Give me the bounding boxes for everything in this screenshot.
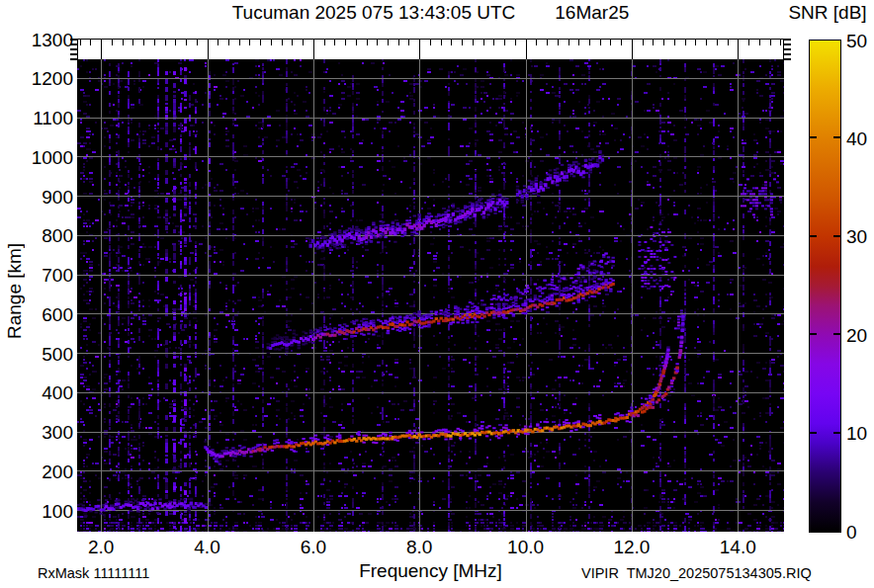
plot-date: 16Mar25 xyxy=(555,2,629,24)
colorbar-tick-mark xyxy=(810,333,817,335)
colorbar-tick-mark xyxy=(810,136,817,138)
colorbar-tick-mark xyxy=(833,333,840,335)
x-tick-label: 12.0 xyxy=(610,537,654,558)
range-minor-tick xyxy=(70,58,77,60)
y-tick-label: 200 xyxy=(16,462,73,483)
colorbar-tick-mark xyxy=(833,235,840,237)
ionogram-page: Tucuman 2025 075 13:43:05 UTC 16Mar25 SN… xyxy=(0,0,874,588)
x-tick-label: 14.0 xyxy=(716,537,759,558)
colorbar-tick-label: 20 xyxy=(846,325,874,347)
y-tick-label: 1100 xyxy=(16,108,73,129)
range-minor-tick xyxy=(784,53,791,55)
colorbar-tick-label: 30 xyxy=(846,226,874,248)
y-tick-label: 400 xyxy=(16,382,73,404)
range-minor-tick xyxy=(70,53,77,55)
colorbar-tick-label: 50 xyxy=(846,31,874,52)
y-tick-label: 500 xyxy=(16,344,73,366)
filename-label: VIPIR TMJ20_2025075134305.RIQ xyxy=(581,565,868,581)
x-tick-label: 4.0 xyxy=(186,537,229,558)
colorbar-tick-label: 40 xyxy=(846,128,874,150)
range-minor-tick xyxy=(784,58,791,60)
y-tick-label: 600 xyxy=(16,304,73,326)
y-tick-label: 300 xyxy=(16,422,73,444)
colorbar-tick-mark xyxy=(810,235,817,237)
colorbar-title: SNR [dB] xyxy=(784,2,871,24)
y-tick-label: 1000 xyxy=(16,147,73,169)
range-minor-tick xyxy=(784,48,791,50)
plot-title: Tucuman 2025 075 13:43:05 UTC xyxy=(232,2,516,24)
y-tick-label: 700 xyxy=(16,265,73,287)
rx-mask-label: RxMask 11111111 xyxy=(38,565,149,581)
range-minor-tick xyxy=(70,43,77,45)
x-tick-label: 8.0 xyxy=(397,537,441,558)
range-minor-tick xyxy=(70,39,77,41)
colorbar-tick-label: 0 xyxy=(846,522,874,544)
y-tick-label: 100 xyxy=(16,501,73,523)
colorbar-tick-mark xyxy=(833,432,840,434)
x-tick-label: 2.0 xyxy=(79,537,123,558)
range-minor-tick xyxy=(784,43,791,45)
colorbar-gradient xyxy=(809,40,841,533)
range-minor-tick xyxy=(784,39,791,41)
colorbar-tick-mark xyxy=(810,432,817,434)
y-tick-label: 1200 xyxy=(16,68,73,90)
plot-area xyxy=(77,39,784,532)
y-tick-label: 900 xyxy=(16,187,73,209)
colorbar-tick-label: 10 xyxy=(846,423,874,445)
ionogram-heatmap-canvas xyxy=(77,39,784,532)
x-tick-label: 6.0 xyxy=(292,537,335,558)
range-minor-tick xyxy=(70,48,77,50)
title-row: Tucuman 2025 075 13:43:05 UTC 16Mar25 xyxy=(77,2,784,24)
x-tick-label: 10.0 xyxy=(504,537,548,558)
y-tick-label: 1300 xyxy=(16,30,73,51)
y-tick-label: 800 xyxy=(16,225,73,247)
colorbar-tick-mark xyxy=(833,136,840,138)
